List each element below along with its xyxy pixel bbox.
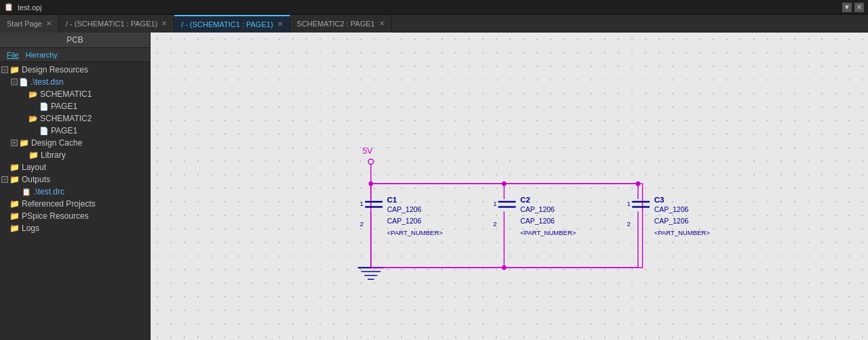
voltage-label: 5V	[362, 146, 373, 156]
tree-item-schematic1[interactable]: 📂 SCHEMATIC1	[0, 88, 150, 100]
c1-pin2: 2	[360, 220, 363, 228]
net-junction-top	[368, 159, 374, 165]
label-test-dsn: .\test.dsn	[31, 77, 64, 87]
c2-pin2: 2	[493, 220, 496, 228]
dsn-icon: 📄	[19, 78, 28, 87]
tree-item-logs[interactable]: 📁 Logs	[0, 222, 150, 234]
expand-outputs[interactable]: -	[1, 176, 8, 183]
c3-pin1: 1	[627, 200, 631, 207]
folder-icon-layout: 📁	[9, 163, 20, 172]
folder-icon-schematic2: 📂	[28, 114, 38, 123]
tab-schematic2-label: SCHEMATIC2 : PAGE1	[297, 20, 375, 28]
expand-design-cache[interactable]: +	[11, 140, 18, 146]
folder-icon-pspice: 📁	[9, 211, 20, 221]
selection-box	[371, 184, 643, 268]
c2-part: <PART_NUMBER>	[520, 229, 576, 236]
tree-item-page1-s1[interactable]: 📄 PAGE1	[0, 100, 150, 112]
tab-schematic2-close[interactable]: ✕	[379, 20, 384, 27]
c1-part: <PART_NUMBER>	[387, 229, 443, 236]
tree-item-schematic2[interactable]: 📂 SCHEMATIC2	[0, 112, 150, 125]
tree-item-outputs[interactable]: - 📁 Outputs	[0, 173, 150, 186]
tree-item-page1-s2[interactable]: 📄 PAGE1	[0, 125, 150, 137]
tree-item-referenced-projects[interactable]: 📁 Referenced Projects	[0, 198, 150, 210]
label-logs: Logs	[22, 224, 39, 233]
c1-type: CAP_1206	[387, 206, 422, 213]
c3-ref: C3	[654, 196, 665, 204]
folder-icon-design-resources: 📁	[9, 65, 20, 75]
c3-part: <PART_NUMBER>	[654, 229, 711, 236]
c2-pin1: 1	[493, 200, 496, 207]
title-bar-icon: 📋	[4, 3, 14, 12]
title-bar: 📋 test.opj ▼ ✕	[0, 0, 868, 15]
file-button[interactable]: File	[4, 50, 22, 60]
tab-start-page[interactable]: Start Page ✕	[0, 15, 59, 33]
close-button[interactable]: ✕	[854, 3, 864, 12]
tree-item-pspice-resources[interactable]: 📁 PSpice Resources	[0, 210, 150, 222]
label-library: Library	[41, 150, 66, 160]
main-layout: PCB File Hierarchy - 📁 Design Resources …	[0, 33, 868, 340]
tab-schematic1-page1-active[interactable]: / - (SCHEMATIC1 : PAGE1) ✕	[174, 15, 290, 33]
tree-item-test-drc[interactable]: 📋 .\test.drc	[0, 186, 150, 198]
panel-toolbar: File Hierarchy	[0, 48, 150, 62]
label-referenced-projects: Referenced Projects	[22, 199, 96, 209]
folder-icon-logs: 📁	[9, 224, 20, 233]
tab-schematic1-active-close[interactable]: ✕	[277, 20, 283, 28]
label-design-resources: Design Resources	[22, 65, 88, 75]
folder-icon-outputs: 📁	[9, 175, 20, 184]
label-page1-s1: PAGE1	[51, 102, 77, 111]
folder-icon-schematic1: 📂	[28, 90, 38, 99]
project-tree: - 📁 Design Resources - 📄 .\test.dsn 📂 SC…	[0, 62, 150, 340]
hierarchy-button[interactable]: Hierarchy	[23, 50, 60, 60]
tree-item-layout[interactable]: 📁 Layout	[0, 161, 150, 173]
folder-icon-design-cache: 📁	[19, 138, 29, 148]
folder-icon-page1-s2: 📄	[39, 127, 49, 135]
folder-icon-library: 📁	[28, 150, 39, 160]
drc-icon: 📋	[22, 188, 31, 196]
minimize-button[interactable]: ▼	[842, 3, 852, 12]
panel-header: PCB	[0, 33, 150, 48]
tree-item-library[interactable]: 📁 Library	[0, 149, 150, 161]
folder-icon-page1-s1: 📄	[39, 102, 49, 111]
label-schematic2: SCHEMATIC2	[40, 114, 92, 123]
c2-type: CAP_1206	[520, 206, 555, 213]
tabs-bar: Start Page ✕ / - (SCHEMATIC1 : PAGE1) ✕ …	[0, 15, 868, 33]
tab-start-page-label: Start Page	[7, 20, 42, 28]
label-layout: Layout	[22, 163, 46, 172]
tab-schematic1-close[interactable]: ✕	[161, 20, 167, 27]
schematic-svg: 5V 1 C1 CAP_1206 CAP_1206 <	[151, 33, 868, 340]
tab-schematic1-page1-label: / - (SCHEMATIC1 : PAGE1)	[66, 20, 157, 28]
c2-ref: C2	[520, 196, 530, 204]
title-bar-title: test.opj	[18, 3, 41, 12]
tab-schematic1-active-label: / - (SCHEMATIC1 : PAGE1)	[181, 20, 273, 28]
label-schematic1: SCHEMATIC1	[40, 89, 92, 99]
label-design-cache: Design Cache	[31, 138, 82, 148]
label-page1-s2: PAGE1	[51, 126, 77, 135]
c3-value: CAP_1206	[654, 217, 689, 225]
schematic-canvas[interactable]: 5V 1 C1 CAP_1206 CAP_1206 <	[151, 33, 868, 340]
tab-schematic1-page1[interactable]: / - (SCHEMATIC1 : PAGE1) ✕	[59, 15, 174, 33]
c2-value: CAP_1206	[520, 217, 555, 225]
tree-item-design-cache[interactable]: + 📁 Design Cache	[0, 137, 150, 149]
c3-pin2: 2	[627, 220, 631, 228]
label-test-drc: .\test.drc	[33, 187, 64, 196]
title-bar-controls[interactable]: ▼ ✕	[842, 3, 864, 12]
expand-test-dsn[interactable]: -	[11, 79, 18, 85]
c3-type: CAP_1206	[654, 206, 689, 213]
expand-design-resources[interactable]: -	[1, 66, 8, 73]
tree-item-test-dsn[interactable]: - 📄 .\test.dsn	[0, 76, 150, 88]
tab-start-page-close[interactable]: ✕	[46, 20, 52, 27]
c1-ref: C1	[387, 196, 397, 204]
label-outputs: Outputs	[22, 175, 50, 184]
label-pspice-resources: PSpice Resources	[22, 211, 89, 221]
left-panel: PCB File Hierarchy - 📁 Design Resources …	[0, 33, 151, 340]
title-bar-left: 📋 test.opj	[4, 3, 41, 12]
tab-schematic2-page1[interactable]: SCHEMATIC2 : PAGE1 ✕	[290, 15, 392, 33]
c1-value: CAP_1206	[387, 217, 422, 225]
folder-icon-referenced: 📁	[9, 199, 20, 209]
panel-title: PCB	[66, 35, 83, 45]
c1-pin1: 1	[360, 200, 363, 207]
tree-item-design-resources[interactable]: - 📁 Design Resources	[0, 64, 150, 76]
